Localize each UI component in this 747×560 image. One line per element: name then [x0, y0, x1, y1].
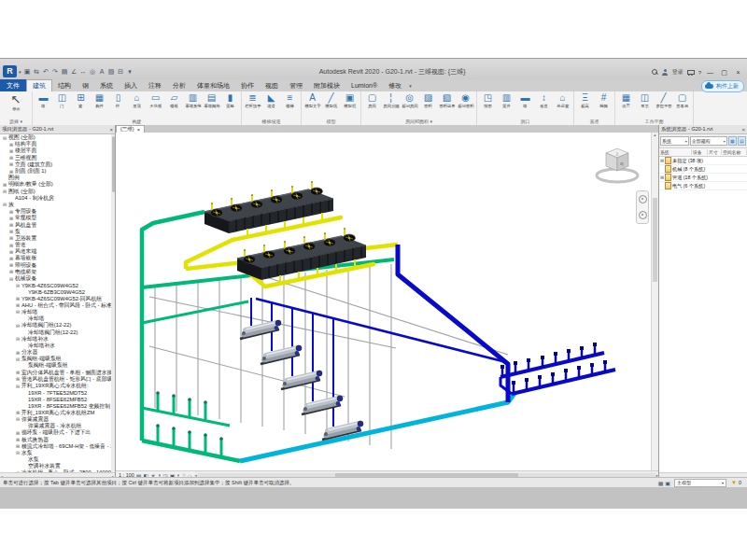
tree-item[interactable]: ⊞照明设备 [0, 262, 115, 269]
app-menu-arrow-icon[interactable]: ▾ [19, 69, 21, 75]
navigation-bar[interactable] [636, 190, 649, 224]
ribbon-tab-2[interactable]: 钢 [77, 79, 94, 91]
model-group-button[interactable]: ▣模型组 [341, 92, 359, 117]
user-icon[interactable] [662, 69, 669, 76]
project-browser-tree[interactable]: ⊟视图 (全部)⊞结构平面⊞楼层平面⊞三维视图⊞立面 (建筑立面)⊞剖面 (剖面… [0, 134, 115, 472]
close-button[interactable]: × [733, 69, 743, 76]
show-workplane-button[interactable]: ◫显示 [636, 92, 654, 117]
tree-item[interactable]: 19XR - 7FTEE52MDT52 [0, 389, 115, 396]
selection-filter-icon[interactable]: ▼ [731, 480, 737, 485]
column-header-1[interactable]: 设备 [692, 149, 708, 155]
tree-item[interactable]: ⊟机械设备 [0, 275, 115, 282]
project-browser-scrollbar[interactable] [111, 134, 115, 472]
tree-item[interactable]: ⊞循环泵 - 端吸卧式 - 下进下出 [0, 429, 115, 436]
help-icon[interactable]: ? [698, 70, 701, 76]
tree-item[interactable]: ⊞横流式冷却塔 - 69CM-H架 - 低噪音 - 100-175 CMH [0, 443, 115, 450]
ceiling-button[interactable]: ▭天花板 [147, 92, 164, 117]
minimize-button[interactable]: — [705, 69, 715, 76]
grid-button[interactable]: #轴网 [595, 92, 613, 117]
ref-plane-button[interactable]: ╱参照平面 [655, 92, 672, 117]
column-settings-icon[interactable]: ▤ [738, 136, 746, 146]
tree-item[interactable]: ⊞AHU - 组合式 - 带回风段 - 卧式 - 标准 - 2000 - 100… [0, 302, 115, 309]
mullion-button[interactable]: ▮竖梃 [221, 92, 239, 117]
level-button[interactable]: Ξ标高 [576, 92, 594, 117]
railing-button[interactable]: ≣栏杆扶手 [244, 92, 261, 117]
tree-item[interactable]: ⊟弹簧减震器 [0, 416, 115, 423]
save-icon[interactable]: ▣ [23, 67, 32, 76]
ribbon-tab-7[interactable]: 体量和场地 [191, 79, 235, 91]
ribbon-tab-4[interactable]: 插入 [119, 79, 143, 91]
table-row[interactable]: 机械 (8 个系统) [659, 165, 747, 174]
tree-item[interactable]: ⊟族 [0, 202, 115, 208]
viewer-button[interactable]: ▢查看器 [673, 92, 691, 117]
active-workset-select[interactable]: 主模型▾ [674, 479, 726, 487]
aligned-dimension-icon[interactable]: ↔ [79, 67, 88, 76]
ramp-button[interactable]: ◣坡道 [262, 92, 280, 117]
tree-item[interactable]: ⊞三维视图 [0, 155, 115, 161]
table-row[interactable]: 电气 (6 个系统) [659, 182, 747, 190]
project-browser-close-icon[interactable]: × [109, 127, 113, 133]
chilled-water-main-blue[interactable] [398, 245, 615, 402]
tree-item[interactable]: 19XR - 8FSEE62MFB52 [0, 396, 115, 402]
store-cart-icon[interactable] [687, 70, 695, 76]
view-tab-3d[interactable]: {三维} × [116, 125, 145, 133]
table-row[interactable]: ⊞管道 (18 个系统) [659, 174, 747, 182]
system-browser-close-icon[interactable]: × [741, 127, 745, 133]
tag-room-button[interactable]: ◎标记房间 [401, 92, 418, 117]
tree-item[interactable]: ⊟视图 (全部) [0, 134, 115, 141]
zoom-icon[interactable] [639, 211, 647, 219]
canvas-vscrollbar[interactable]: ▴ [651, 133, 658, 470]
tree-item[interactable]: 泵阀组-端吸泵组 [0, 362, 115, 369]
revit-app-button[interactable]: R [3, 65, 17, 77]
design-options-icon[interactable]: ▣ [665, 480, 670, 486]
tree-item[interactable]: ⊞明细表/数量 (全部) [0, 181, 115, 188]
restore-button[interactable]: ▢ [719, 69, 729, 77]
wall-button[interactable]: ▬墙 [35, 92, 52, 117]
sync-icon[interactable]: ⇆ [33, 67, 41, 76]
tree-item[interactable]: ⊞管道风机盘管机组 - 矩形风口 - 底部吸风 [0, 376, 115, 383]
chiller-units[interactable] [240, 320, 363, 440]
tree-item[interactable]: ⊟图纸 (全部) [0, 189, 115, 195]
tree-item[interactable]: ⊟冷却塔补水 [0, 336, 115, 343]
ribbon-tab-12[interactable]: Lumion® [345, 79, 383, 91]
tree-item[interactable]: ⊞楼层平面 [0, 147, 115, 154]
tree-item[interactable]: ⊞Y9KB-4Z6SC09W4G52-回风机组 [0, 296, 115, 302]
ribbon-tab-1[interactable]: 结构 [52, 79, 77, 91]
ribbon-tab-8[interactable]: 协作 [235, 79, 260, 91]
door-button[interactable]: ◫门 [53, 92, 71, 117]
wall-opening-button[interactable]: ▬墙 [516, 92, 534, 117]
view-tab-close-icon[interactable]: × [137, 127, 140, 133]
tree-item[interactable]: ⊞立面 (建筑立面) [0, 161, 115, 168]
cooling-tower-row-1[interactable] [204, 181, 341, 240]
viewcube[interactable]: 上 前 [593, 140, 641, 189]
set-workplane-button[interactable]: ▦设置 [617, 92, 635, 117]
autofit-columns-icon[interactable]: ▦ [728, 136, 737, 146]
vertical-opening-button[interactable]: ↕垂直 [535, 92, 553, 117]
tree-item[interactable]: ⊞结构平面 [0, 141, 115, 147]
tree-item[interactable]: ⊞剖面 (剖面 1) [0, 168, 115, 175]
file-tab[interactable]: 文件 [0, 79, 26, 91]
system-browser-tree[interactable]: ⊞未指定 (38 项)机械 (8 个系统)⊞管道 (18 个系统)电气 (6 个… [659, 157, 747, 472]
window-button[interactable]: ⊞窗 [72, 92, 90, 117]
tag-icon[interactable]: ◎ [89, 67, 97, 76]
ribbon-tab-10[interactable]: 管理 [284, 79, 308, 91]
section-icon[interactable]: ⊟ [117, 67, 125, 76]
tree-item[interactable]: ⊟Y9KB-4Z6SC09W4G52 [0, 282, 115, 288]
tree-item[interactable]: ⊞风道末端 [0, 248, 115, 255]
column-button[interactable]: ▯柱 [109, 92, 127, 117]
column-header-3[interactable]: 空间名称 [722, 149, 747, 155]
floor-button[interactable]: ▱楼板 [165, 92, 183, 117]
steering-wheel-icon[interactable] [639, 195, 647, 203]
ribbon-tab-11[interactable]: 附加模块 [308, 79, 345, 91]
area-button[interactable]: ▨面积 [419, 92, 437, 117]
curtain-grid-button[interactable]: ▤幕墙网格 [203, 92, 220, 117]
tree-item[interactable]: ⊞分水器 [0, 349, 115, 356]
component-button[interactable]: ▦构件 [91, 92, 108, 117]
ribbon-state-toggle[interactable]: ▾ [409, 79, 412, 91]
room-separator-button[interactable]: ¦房间分隔 [382, 92, 400, 117]
tree-item[interactable]: ⊞卫浴装置 [0, 235, 115, 242]
component-store-banner-button[interactable]: 构件上新 [701, 80, 744, 92]
chilled-water-branches[interactable] [251, 298, 506, 427]
model-canvas[interactable]: 上 前 ▴ [116, 133, 658, 470]
column-header-2[interactable]: 尺寸 [708, 149, 722, 155]
